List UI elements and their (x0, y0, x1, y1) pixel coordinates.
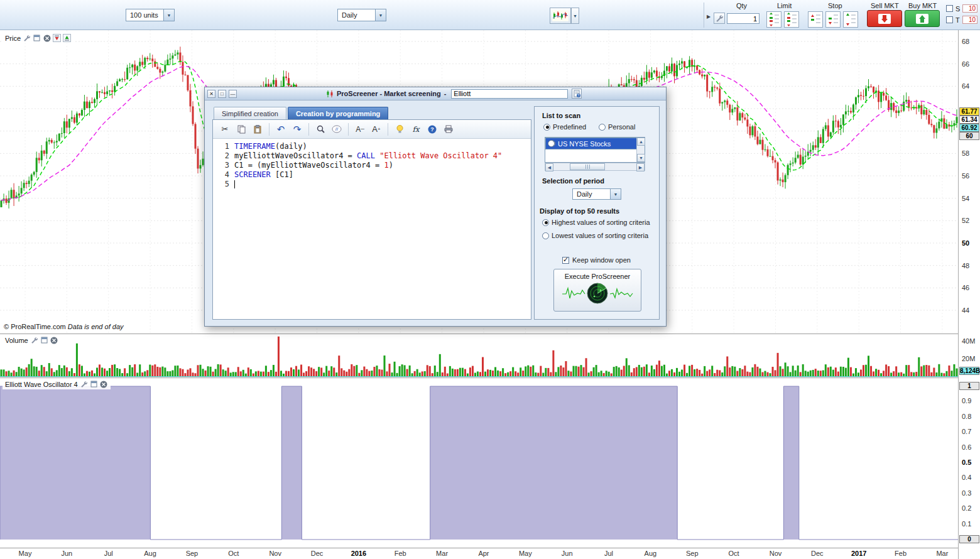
suggestion-bulb-icon[interactable] (393, 122, 406, 136)
scan-predefined-option-label: Predefined (553, 123, 586, 131)
t-checkbox[interactable] (946, 16, 953, 23)
period-select-arrow-icon[interactable]: ▼ (610, 189, 621, 199)
dialog-maximize-icon[interactable]: □ (218, 90, 226, 98)
axis-label: 64 (962, 82, 969, 90)
price-axis-gutter[interactable]: 686664585654525048464461.7761.3460.92604… (958, 30, 980, 559)
screener-name-input[interactable] (451, 89, 568, 99)
volume-chart[interactable] (0, 334, 958, 377)
sell-mkt-button[interactable] (867, 10, 902, 27)
display-highest-option[interactable]: Highest values of sorting criteria (542, 219, 650, 226)
dialog-minimize-icon[interactable]: ― (229, 90, 237, 98)
dialog-titlebar[interactable]: ✕ □ ― ProScreener - Market screening - ? (205, 87, 666, 100)
limit-sell-widget[interactable] (784, 11, 799, 28)
undo-icon[interactable]: ↶ (274, 122, 288, 136)
price-window-icon[interactable] (33, 34, 41, 42)
scan-personal-option[interactable]: Personal (599, 123, 635, 131)
listbox-hscrollbar[interactable]: ◀ ▶ (545, 163, 645, 171)
stop-widget-2[interactable] (825, 11, 841, 28)
t-value-input[interactable] (962, 16, 977, 24)
screener-info-icon[interactable]: ? (572, 89, 582, 99)
s-checkbox-label: S (956, 5, 960, 13)
market-list-item-radio[interactable] (548, 140, 555, 147)
print-icon[interactable] (442, 122, 455, 136)
oscillator-chart[interactable] (0, 378, 958, 548)
code-editor[interactable]: 1TIMEFRAME(daily)2myElliottWaveOscillato… (213, 139, 531, 319)
market-listbox[interactable]: US NYSE StocksUS NonTech 200 ▲ ▼ (545, 137, 645, 163)
font-bigger-icon[interactable]: A+ (369, 122, 383, 136)
dialog-close-icon[interactable]: ✕ (207, 90, 215, 98)
timeframe-select[interactable]: Daily ▼ (337, 9, 386, 21)
dialog-tabs: Simplified creationCreation by programmi… (214, 107, 388, 119)
code-line[interactable]: 5 (213, 180, 531, 189)
collapse-arrow-icon[interactable]: ▶ (707, 14, 710, 19)
units-select[interactable]: 100 units ▼ (126, 9, 175, 21)
order-settings-button[interactable] (714, 13, 725, 24)
keep-window-open-row[interactable]: Keep window open (562, 256, 631, 264)
oscillator-settings-wrench-icon[interactable] (80, 380, 88, 388)
scan-predefined-option-radio[interactable] (543, 124, 550, 131)
code-line[interactable]: 1TIMEFRAME(daily) (213, 142, 531, 151)
help-icon[interactable]: ? (425, 122, 439, 136)
scroll-down-icon[interactable]: ▼ (637, 154, 645, 162)
paste-icon[interactable] (251, 122, 264, 136)
keep-window-open-checkbox[interactable] (562, 257, 569, 264)
market-list-item[interactable]: US NYSE Stocks (545, 138, 637, 149)
scroll-right-icon[interactable]: ▶ (636, 163, 645, 171)
comment-icon[interactable]: // (330, 122, 344, 136)
search-icon[interactable] (313, 122, 327, 136)
oscillator-close-icon[interactable] (100, 380, 108, 388)
hscroll-track[interactable] (553, 163, 636, 170)
scan-personal-option-radio[interactable] (599, 124, 606, 131)
display-lowest-option[interactable]: Lowest values of sorting criteria (542, 232, 648, 239)
line-number: 5 (213, 180, 234, 189)
chart-type-button[interactable] (550, 8, 571, 24)
oscillator-window-icon[interactable] (90, 380, 98, 388)
code-line[interactable]: 2myElliottWaveOscillator4 = CALL "Elliot… (213, 151, 531, 161)
volume-panel-label: Volume (3, 335, 61, 345)
chart-type-dropdown-arrow[interactable]: ▼ (571, 8, 579, 24)
price-move-up-icon[interactable] (63, 34, 71, 42)
execute-proscreener-button[interactable]: Execute ProScreener (553, 269, 641, 312)
code-line[interactable]: 3C1 = (myElliottWaveOscillator4 = 1) (213, 161, 531, 170)
listbox-vscrollbar[interactable]: ▲ ▼ (636, 138, 645, 162)
stop-widget-1[interactable] (808, 11, 823, 28)
limit-buy-icon (767, 12, 781, 27)
time-axis-label: Dec (307, 550, 328, 557)
price-move-down-icon[interactable] (53, 34, 61, 42)
qty-input[interactable] (727, 13, 760, 24)
scroll-up-icon[interactable]: ▲ (637, 138, 645, 146)
display-lowest-option-radio[interactable] (542, 232, 549, 239)
axis-label: 58 (962, 149, 969, 157)
time-axis-label: Aug (139, 550, 161, 557)
period-select[interactable]: Daily ▼ (572, 188, 621, 200)
limit-buy-widget[interactable] (766, 11, 781, 28)
timeframe-select-arrow-icon[interactable]: ▼ (375, 9, 386, 21)
function-fx-icon[interactable]: fx (409, 122, 423, 136)
volume-settings-wrench-icon[interactable] (30, 336, 38, 344)
line-number: 3 (213, 161, 234, 170)
copy-icon[interactable] (234, 122, 248, 136)
s-checkbox[interactable] (946, 5, 953, 12)
price-settings-wrench-icon[interactable] (23, 34, 31, 42)
time-axis-label: Oct (723, 550, 744, 557)
font-smaller-icon[interactable]: A─ (353, 122, 367, 136)
volume-close-icon[interactable] (50, 336, 58, 344)
axis-label: 0.5 (962, 459, 971, 466)
volume-window-icon[interactable] (40, 336, 48, 344)
units-select-arrow-icon[interactable]: ▼ (163, 9, 174, 21)
tab-creation-by-programming[interactable]: Creation by programming (288, 107, 388, 119)
s-value-input[interactable] (962, 4, 977, 13)
price-close-icon[interactable] (43, 34, 51, 42)
stop-widget-3[interactable] (843, 11, 858, 28)
code-line[interactable]: 4SCREENER [C1] (213, 170, 531, 180)
list-to-scan-heading: List to scan (542, 112, 580, 119)
scroll-left-icon[interactable]: ◀ (545, 163, 553, 171)
cut-icon[interactable]: ✂ (218, 122, 232, 136)
time-axis-label: Sep (181, 550, 202, 557)
buy-mkt-button[interactable] (905, 10, 940, 27)
display-highest-option-radio[interactable] (542, 219, 549, 226)
scan-predefined-option[interactable]: Predefined (543, 123, 586, 131)
tab-simplified-creation[interactable]: Simplified creation (214, 107, 286, 119)
redo-icon[interactable]: ↷ (290, 122, 304, 136)
hscroll-thumb[interactable] (570, 163, 605, 170)
